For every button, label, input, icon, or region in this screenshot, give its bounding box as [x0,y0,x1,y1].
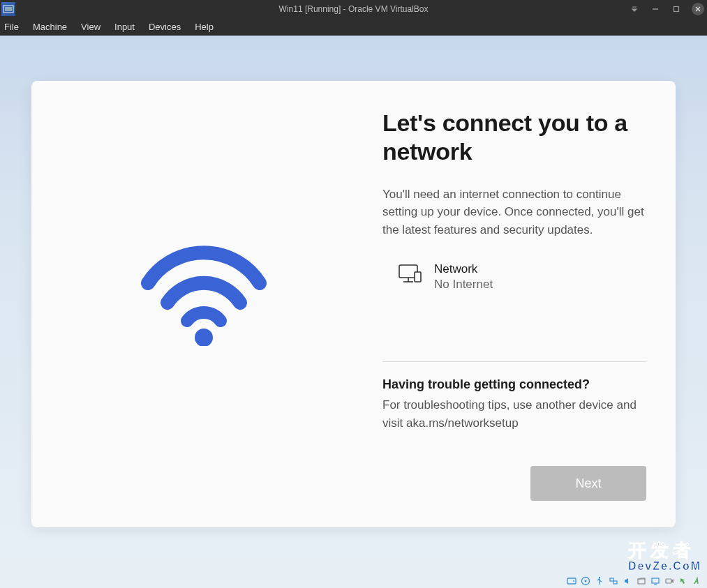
svg-rect-18 [638,579,645,584]
window-controls [629,3,704,15]
menu-machine[interactable]: Machine [26,19,74,35]
next-button[interactable]: Next [530,466,646,501]
mouse-integration-icon[interactable] [678,575,689,587]
trouble-heading: Having trouble getting connected? [382,377,646,392]
network-item[interactable]: Network No Internet [382,262,646,292]
display-icon[interactable] [650,575,661,587]
network-title: Network [434,262,493,276]
vm-viewport: Let's connect you to a network You'll ne… [0,36,707,588]
svg-rect-3 [674,6,679,11]
svg-rect-21 [666,579,671,583]
svg-rect-17 [613,581,617,584]
watermark: 开发者 DevZe.CoM [628,538,701,573]
shared-folder-icon[interactable] [636,575,647,587]
audio-icon[interactable] [622,575,633,587]
watermark-top: 开发者 [628,538,701,563]
oobe-card: Let's connect you to a network You'll ne… [31,81,676,527]
hdd-icon[interactable] [566,575,577,587]
svg-rect-1 [5,7,12,11]
menu-devices[interactable]: Devices [142,19,188,35]
page-subtext: You'll need an internet connection to co… [382,186,646,239]
app-icon [1,2,15,16]
svg-rect-16 [610,578,613,581]
network-status-icon[interactable] [608,575,619,587]
svg-rect-10 [415,272,421,282]
svg-point-12 [573,580,574,582]
svg-point-14 [585,580,587,582]
optical-icon[interactable] [580,575,591,587]
window-title: Win11 [Running] - Oracle VM VirtualBox [279,4,429,14]
maximize-button[interactable] [671,3,682,15]
menubar: File Machine View Input Devices Help [0,17,707,36]
menu-input[interactable]: Input [107,19,142,35]
close-button[interactable] [692,3,704,15]
svg-point-15 [599,577,600,578]
detach-button[interactable] [629,3,640,15]
page-title: Let's connect you to a network [382,109,646,166]
trouble-text: For troubleshooting tips, use another de… [382,396,646,432]
keyboard-icon[interactable] [692,575,703,587]
menu-file[interactable]: File [1,19,26,35]
divider [382,361,646,362]
oobe-illustration-pane [31,109,375,527]
recording-icon[interactable] [664,575,675,587]
watermark-bottom: DevZe.CoM [628,560,701,573]
vm-statusbar [566,574,707,588]
usb-icon[interactable] [594,575,605,587]
network-status: No Internet [434,278,493,292]
menu-help[interactable]: Help [188,19,221,35]
wifi-icon [134,234,274,346]
ethernet-icon [398,264,422,287]
network-text: Network No Internet [434,262,493,292]
minimize-button[interactable] [650,3,661,15]
menu-view[interactable]: View [74,19,107,35]
titlebar: Win11 [Running] - Oracle VM VirtualBox [0,0,707,17]
svg-rect-19 [652,578,659,583]
svg-rect-11 [567,578,576,584]
svg-point-6 [195,329,213,346]
oobe-content-pane: Let's connect you to a network You'll ne… [375,109,676,527]
